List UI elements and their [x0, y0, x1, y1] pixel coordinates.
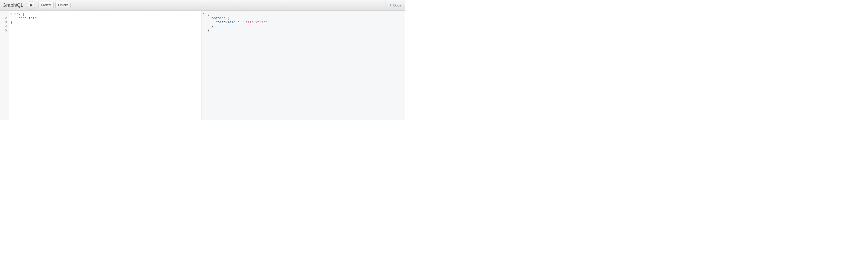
code-line: testField [10, 16, 202, 21]
code-line: } [10, 21, 202, 25]
history-button[interactable]: History [55, 2, 70, 8]
code-line: query { [10, 12, 202, 16]
play-icon [30, 3, 33, 7]
code-line [10, 29, 202, 33]
result-line: "data": { [207, 16, 405, 21]
result-line: } [207, 29, 405, 33]
code-line [10, 25, 202, 29]
chevron-down-icon [203, 13, 205, 15]
prettify-button[interactable]: Prettify [38, 2, 54, 8]
app-title: GraphiQL [2, 3, 25, 8]
result-line: "testField": "Hello World!" [207, 21, 405, 25]
docs-label: Docs [393, 3, 401, 7]
result-viewer: { "data": { "testField": "Hello World!" … [205, 10, 405, 120]
gutter-line: 2 [0, 16, 9, 21]
gutter-line: 3 [0, 21, 9, 25]
top-bar: GraphiQL Prettify History Docs [0, 0, 405, 10]
pane-splitter[interactable] [202, 10, 205, 120]
result-line: } [207, 25, 405, 29]
gutter-line: 5 [0, 29, 9, 33]
result-line: { [207, 12, 405, 16]
editor-gutter: 12345 [0, 10, 9, 120]
chevron-left-icon [390, 4, 392, 7]
execute-button[interactable] [27, 1, 35, 9]
query-editor[interactable]: 12345 query { testField} [0, 10, 202, 120]
gutter-line: 4 [0, 25, 9, 29]
docs-toggle[interactable]: Docs [385, 0, 405, 10]
main-area: 12345 query { testField} { "data": { "te… [0, 10, 405, 120]
gutter-line: 1 [0, 12, 9, 16]
editor-code[interactable]: query { testField} [9, 10, 202, 120]
